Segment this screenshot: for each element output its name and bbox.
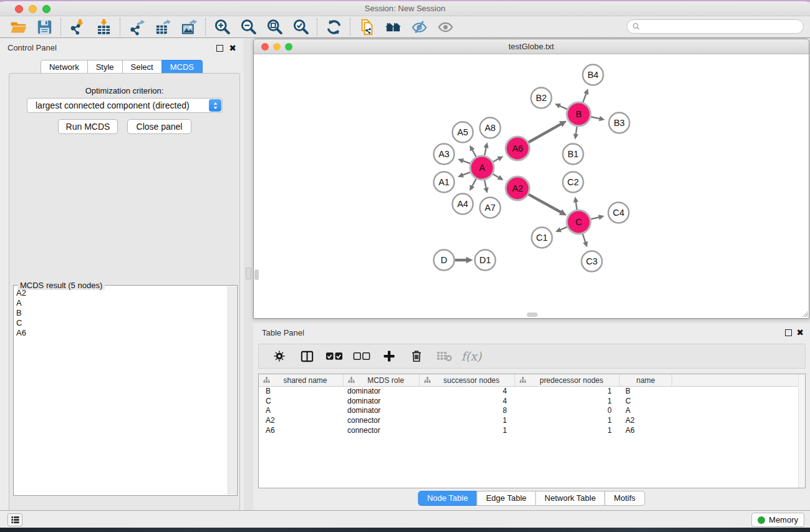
column-header-shared-name[interactable]: shared name — [259, 374, 344, 386]
import-table-button[interactable] — [90, 17, 117, 37]
hide-graphics-button[interactable] — [406, 17, 432, 37]
zoom-fit-button[interactable] — [261, 17, 287, 37]
graph-edge[interactable] — [583, 93, 587, 103]
graph-edge[interactable] — [591, 217, 600, 219]
cell[interactable]: connector — [344, 416, 420, 426]
table-row[interactable]: A6 connector 1 1 A6 — [259, 426, 805, 436]
table-row[interactable]: A dominator 8 0 A — [259, 406, 805, 416]
graph-edge[interactable] — [529, 195, 562, 213]
graph-edge[interactable] — [576, 201, 577, 210]
cell[interactable]: 1 — [420, 416, 515, 426]
graph-edge[interactable] — [559, 105, 567, 109]
cell[interactable]: 1 — [515, 416, 620, 426]
show-graphics-button[interactable] — [432, 17, 458, 37]
minimize-window-button[interactable] — [29, 5, 37, 13]
cell[interactable]: B — [620, 387, 672, 397]
tab-network-table[interactable]: Network Table — [535, 491, 605, 506]
list-item[interactable]: C — [16, 318, 226, 328]
refresh-button[interactable] — [321, 17, 347, 37]
splitter-grip[interactable] — [246, 268, 251, 279]
graph-edge[interactable] — [485, 147, 486, 156]
graph-edge[interactable] — [485, 180, 486, 190]
cell[interactable]: B — [259, 387, 344, 397]
graph-edge[interactable] — [576, 127, 577, 135]
cell[interactable]: 1 — [515, 387, 620, 397]
export-table-button[interactable] — [150, 17, 176, 37]
tab-node-table[interactable]: Node Table — [418, 491, 478, 506]
delete-column-button[interactable] — [406, 346, 427, 366]
cell[interactable]: 1 — [420, 426, 515, 436]
scrollbar-thumb-horizontal[interactable] — [527, 312, 538, 317]
toggle-panel-layout-button[interactable] — [296, 346, 317, 366]
zoom-selected-button[interactable] — [287, 17, 314, 37]
cell[interactable]: dominator — [344, 387, 420, 397]
memory-button[interactable]: Memory — [751, 513, 804, 527]
delete-table-button[interactable] — [433, 346, 455, 366]
function-builder-button[interactable]: f(x) — [461, 346, 482, 366]
graph-edge[interactable] — [462, 160, 470, 163]
close-window-button[interactable] — [261, 43, 269, 51]
table-settings-button[interactable] — [269, 346, 290, 366]
column-header-successor-nodes[interactable]: successor nodes — [420, 374, 515, 386]
cell[interactable]: A6 — [259, 426, 344, 436]
cell[interactable]: 1 — [515, 426, 620, 436]
close-panel-icon[interactable]: ✖ — [796, 329, 804, 336]
network-window-titlebar[interactable]: testGlobe.txt — [254, 39, 809, 54]
close-window-button[interactable] — [15, 5, 23, 13]
optimization-select[interactable]: largest connected component (directed) — [27, 98, 223, 113]
column-header-mcds-role[interactable]: MCDS role — [344, 374, 420, 386]
cell[interactable]: A2 — [620, 416, 672, 426]
column-header-predecessor-nodes[interactable]: predecessor nodes — [515, 374, 620, 386]
table-row[interactable]: C dominator 4 1 C — [259, 397, 805, 407]
search-input[interactable] — [644, 22, 798, 31]
list-item[interactable]: B — [16, 308, 226, 318]
cell[interactable]: A2 — [259, 416, 344, 426]
list-item[interactable]: A — [16, 298, 226, 308]
save-session-button[interactable] — [31, 17, 57, 37]
cell[interactable]: A — [620, 406, 672, 416]
resize-grip-icon[interactable] — [800, 309, 808, 317]
cell[interactable]: 8 — [420, 406, 515, 416]
cell[interactable]: dominator — [344, 406, 420, 416]
float-panel-icon[interactable] — [216, 45, 223, 52]
graph-edge[interactable] — [528, 123, 562, 142]
create-column-button[interactable] — [378, 346, 400, 366]
table-row[interactable]: A2 connector 1 1 A2 — [259, 416, 805, 426]
cell[interactable]: connector — [344, 426, 420, 436]
list-item[interactable]: A6 — [16, 328, 226, 338]
close-panel-icon[interactable]: ✖ — [229, 44, 236, 52]
table-row[interactable]: B dominator 4 1 B — [259, 387, 805, 397]
import-network-button[interactable] — [64, 17, 90, 37]
zoom-window-button[interactable] — [285, 43, 292, 51]
export-image-button[interactable] — [176, 17, 202, 37]
list-item[interactable]: A2 — [16, 288, 226, 298]
export-network-button[interactable] — [123, 17, 150, 37]
cell[interactable]: 4 — [420, 397, 515, 407]
graph-edge[interactable] — [472, 149, 476, 157]
float-panel-icon[interactable] — [785, 329, 792, 336]
tab-edge-table[interactable]: Edge Table — [476, 491, 536, 506]
select-all-columns-button[interactable] — [324, 346, 345, 366]
new-network-from-selection-button[interactable] — [354, 17, 380, 37]
zoom-out-button[interactable] — [235, 17, 261, 37]
search-field[interactable] — [627, 19, 804, 34]
cell[interactable]: 0 — [515, 406, 620, 416]
unselect-all-columns-button[interactable] — [351, 346, 372, 366]
close-panel-button[interactable]: Close panel — [127, 119, 191, 134]
open-session-button[interactable] — [5, 17, 31, 37]
column-header-name[interactable]: name — [620, 374, 672, 386]
cell[interactable]: A — [259, 406, 344, 416]
zoom-in-button[interactable] — [209, 17, 235, 37]
scrollbar-thumb-vertical[interactable] — [254, 269, 259, 280]
houses-button[interactable] — [380, 17, 406, 37]
graph-edge[interactable] — [471, 179, 476, 187]
cell[interactable]: A6 — [620, 426, 672, 436]
scrollbar-track[interactable] — [228, 286, 236, 495]
network-canvas[interactable]: AA1A3A5A8A4A7A6A2BB1B2B3B4CC1C2C3C4DD1 — [254, 54, 809, 317]
cell[interactable]: C — [259, 397, 344, 407]
tab-motifs[interactable]: Motifs — [604, 491, 645, 506]
minimize-window-button[interactable] — [273, 43, 281, 51]
zoom-window-button[interactable] — [42, 5, 51, 13]
graph-edge[interactable] — [591, 117, 601, 118]
cell[interactable]: C — [620, 397, 672, 407]
